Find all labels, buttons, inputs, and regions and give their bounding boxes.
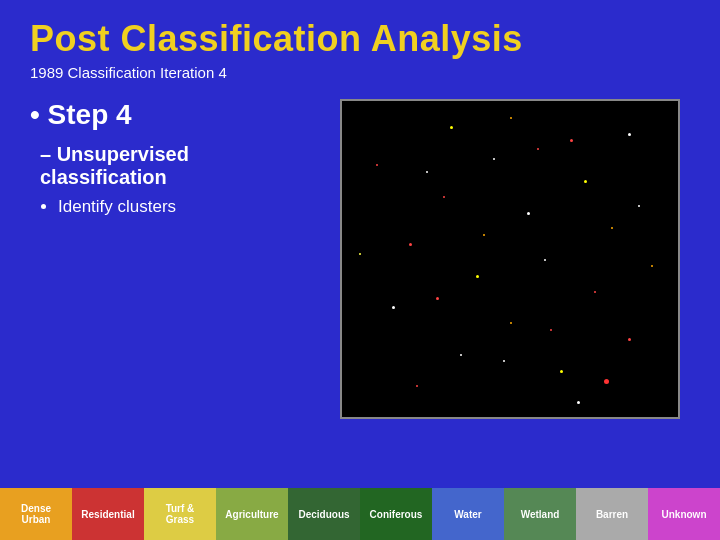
legend-label: Residential <box>81 509 134 520</box>
legend-item-7: Wetland <box>504 488 576 540</box>
legend-label: Water <box>454 509 481 520</box>
legend-item-2: Turf &Grass <box>144 488 216 540</box>
legend-label: Coniferous <box>370 509 423 520</box>
legend-bar: DenseUrbanResidentialTurf &GrassAgricult… <box>0 488 720 540</box>
legend-label: Urban <box>22 514 51 525</box>
slide-subtitle: 1989 Classification Iteration 4 <box>30 64 690 81</box>
text-column: • Step 4 – Unsupervised classification I… <box>30 99 310 221</box>
legend-label: Barren <box>596 509 628 520</box>
legend-item-4: Deciduous <box>288 488 360 540</box>
legend-label: Turf & <box>166 503 195 514</box>
legend-label: Wetland <box>521 509 560 520</box>
legend-label: Dense <box>21 503 51 514</box>
legend-label: Agriculture <box>225 509 278 520</box>
bullet-identify-clusters: Identify clusters <box>58 197 310 217</box>
legend-item-6: Water <box>432 488 504 540</box>
content-row: • Step 4 – Unsupervised classification I… <box>30 99 690 419</box>
step-sub: – Unsupervised classification <box>40 143 310 189</box>
legend-item-9: Unknown <box>648 488 720 540</box>
legend-item-3: Agriculture <box>216 488 288 540</box>
legend-item-0: DenseUrban <box>0 488 72 540</box>
legend-item-1: Residential <box>72 488 144 540</box>
slide: Post Classification Analysis 1989 Classi… <box>0 0 720 540</box>
slide-title: Post Classification Analysis <box>30 18 690 60</box>
legend-label: Grass <box>166 514 194 525</box>
legend-label: Deciduous <box>298 509 349 520</box>
legend-label: Unknown <box>662 509 707 520</box>
image-column <box>330 99 690 419</box>
step-heading: • Step 4 <box>30 99 310 131</box>
step-bullets: Identify clusters <box>58 197 310 217</box>
legend-item-5: Coniferous <box>360 488 432 540</box>
legend-item-8: Barren <box>576 488 648 540</box>
satellite-image <box>340 99 680 419</box>
